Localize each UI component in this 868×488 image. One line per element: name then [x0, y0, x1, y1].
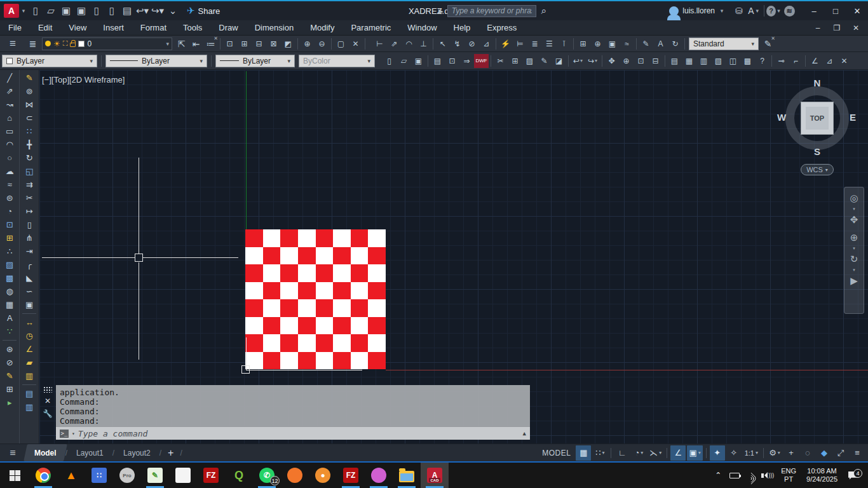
match-properties-icon[interactable]: ✎ [537, 54, 552, 68]
layer-thaw-sun-icon[interactable]: ☀ [53, 39, 60, 48]
stretch-icon[interactable]: ⇉ [21, 178, 37, 191]
taskbar-vlc-media-player[interactable]: ▲ [57, 463, 85, 488]
block-delete-icon[interactable]: ⊘ [1, 356, 18, 369]
object-color-dropdown[interactable]: ByLayer ▾ [2, 55, 97, 67]
measure-volume-icon[interactable]: ▥ [21, 369, 37, 383]
tab-model[interactable]: Model [24, 444, 67, 461]
send-to-back-icon[interactable]: ▥ [21, 400, 37, 414]
block-edit-icon[interactable]: ✎ [1, 369, 18, 383]
toolbar-close-icon[interactable]: ✕ [214, 36, 218, 41]
insert-block-icon[interactable]: ⊡ [1, 218, 18, 231]
table-icon[interactable]: ▦ [1, 298, 18, 311]
zoom-out-icon[interactable]: ⊖ [315, 37, 329, 51]
osnap-intersection-icon[interactable]: ∠ [808, 54, 822, 68]
make-object-layer-current-icon[interactable]: ⇱ [174, 37, 189, 51]
dim-spacing-icon[interactable]: ☰ [542, 37, 557, 51]
window-close-button[interactable]: ✕ [846, 1, 868, 20]
wifi-icon[interactable] [744, 471, 758, 479]
pan-icon[interactable]: ✥ [846, 212, 862, 228]
plot-icon[interactable]: ▤ [430, 54, 445, 68]
layer-dropdown-caret-icon[interactable]: ▾ [166, 41, 169, 47]
dim-ordinate-icon[interactable]: ⊥ [416, 37, 431, 51]
menu-dimension[interactable]: Dimension [247, 20, 302, 35]
taskbar-notepad-plus-plus[interactable]: ✎ [141, 463, 169, 488]
designcenter-icon[interactable]: ▦ [682, 54, 696, 68]
quick-dim-icon[interactable]: ⚡ [498, 37, 513, 51]
taskbar-notepad[interactable] [169, 463, 197, 488]
annotation-visibility-toggle-icon[interactable]: ✦ [710, 445, 725, 461]
share-button[interactable]: ✈ Share [187, 5, 220, 17]
erase-icon[interactable]: ✎ [21, 71, 37, 85]
ortho-toggle-icon[interactable]: ∟ [614, 445, 630, 461]
gradient-icon[interactable]: ▩ [1, 271, 18, 285]
zoom-extents-icon[interactable]: ✕ [348, 37, 363, 51]
dim-style-manager-icon[interactable]: ✎✕ [761, 37, 775, 51]
doc-minimize-button[interactable]: – [808, 21, 827, 35]
rotate-icon[interactable]: ↻ [21, 151, 37, 165]
polygon-icon[interactable]: ⌂ [1, 111, 18, 125]
taskbar-file-explorer[interactable] [393, 463, 421, 488]
navbar-caret-icon[interactable]: ▾ [853, 269, 855, 271]
app-store-cart-icon[interactable]: ⛁ [731, 4, 747, 18]
blend-curves-icon[interactable]: ∽ [21, 285, 37, 298]
zoom-realtime-icon[interactable]: ⊕ [619, 54, 634, 68]
layer-vp-freeze-icon[interactable]: ⛶ [63, 39, 68, 48]
taskbar-pin-app[interactable] [365, 463, 393, 488]
fillet-icon[interactable]: ╭ [21, 258, 37, 271]
menu-view[interactable]: View [60, 20, 95, 35]
isolate-objects-icon[interactable]: ◌ [800, 445, 815, 461]
dwf-icon[interactable]: DWF [474, 54, 489, 68]
osnap-toggle-icon[interactable]: ▣▾ [687, 445, 702, 461]
make-block-icon[interactable]: ⊞ [1, 231, 18, 245]
start-button[interactable] [0, 463, 29, 488]
ellipse-arc-icon[interactable]: ◔ [1, 205, 18, 218]
grip-dots-icon[interactable] [43, 386, 52, 393]
navigation-wheel-icon[interactable]: ◎ [846, 190, 862, 207]
save-as-icon[interactable]: ▣ [74, 4, 89, 18]
grid-toggle-icon[interactable]: ▦ [576, 445, 591, 461]
tolerance-icon[interactable]: ⊞ [576, 37, 590, 51]
new-file-icon[interactable]: ▯ [28, 4, 43, 18]
sheet-set-icon[interactable]: ▧ [711, 54, 726, 68]
help-search-input[interactable] [447, 5, 536, 17]
mirror-icon[interactable]: ⋈ [21, 98, 37, 111]
search-icon[interactable]: ⌕ [541, 5, 546, 17]
pan-icon[interactable]: ✥ [604, 54, 619, 68]
copy-icon[interactable]: ⊚ [21, 85, 37, 98]
zoom-realtime-icon[interactable]: ⊟ [252, 37, 266, 51]
new-icon[interactable]: ▯ [382, 54, 397, 68]
copy-clip-icon[interactable]: ⊞ [508, 54, 522, 68]
taskbar-autocad[interactable]: ACAD [421, 463, 449, 488]
dim-style-dropdown[interactable]: Standard ▾ [689, 37, 759, 50]
lineweight-dropdown[interactable]: ByLayer ▾ [215, 55, 295, 67]
layer-dropdown[interactable]: ☀ ⛶ 0 ▾ [42, 37, 172, 50]
layer-on-bulb-icon[interactable] [45, 41, 51, 46]
move-icon[interactable]: ╋ [21, 138, 37, 151]
extend-icon[interactable]: ↦ [21, 205, 37, 218]
osnap-apparent-icon[interactable]: ✕ [837, 54, 851, 68]
break-at-point-icon[interactable]: ⋔ [21, 231, 37, 245]
app-menu-caret-icon[interactable]: ▾ [20, 8, 27, 14]
polar-tracking-toggle-icon[interactable]: ◔▾ [631, 445, 646, 461]
workspace-hamburger-icon[interactable]: ≡ [0, 37, 25, 51]
menu-modify[interactable]: Modify [302, 20, 342, 35]
taskbar-qgis[interactable]: Q [225, 463, 253, 488]
orbit-icon[interactable]: ↻ [846, 251, 862, 268]
chamfer-icon[interactable]: ◣ [21, 271, 37, 285]
measure-distance-icon[interactable]: ↔ [21, 316, 37, 329]
zoom-extents-icon[interactable]: ⊕ [846, 229, 862, 246]
menu-help[interactable]: Help [445, 20, 479, 35]
taskbar-firefox-focus[interactable]: ● [309, 463, 337, 488]
feedback-icon[interactable]: ≋ [782, 4, 797, 18]
save-to-mobile-icon[interactable]: ▯ [104, 4, 119, 18]
viewport-controls-label[interactable]: [−][Top][2D Wireframe] [42, 75, 125, 85]
zoom-window-icon[interactable]: ⊡ [634, 54, 648, 68]
zoom-object-icon[interactable]: ◩ [281, 37, 295, 51]
offset-icon[interactable]: ⊂ [21, 111, 37, 125]
dim-jogged-icon[interactable]: ↯ [450, 37, 465, 51]
hatch-icon[interactable]: ▨ [1, 258, 18, 271]
layer-states-icon[interactable]: ≔✕ [203, 37, 218, 51]
menu-format[interactable]: Format [132, 20, 175, 35]
dim-linear-icon[interactable]: ⊢ [372, 37, 387, 51]
array-icon[interactable]: ∷ [21, 125, 37, 138]
